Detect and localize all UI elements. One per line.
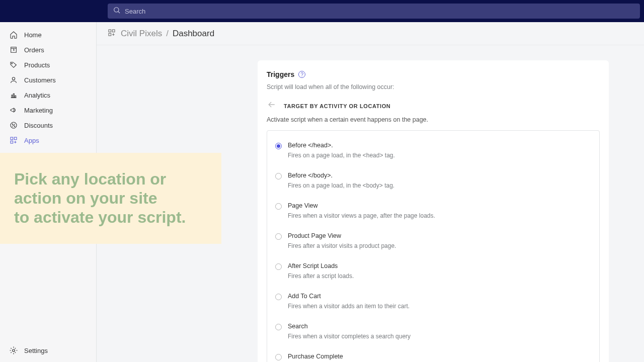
nav-label: Discounts [24,122,53,129]
search-wrap [97,1,644,22]
help-icon[interactable]: ? [298,71,305,78]
search-icon [113,6,121,16]
option-label: Purchase Complete [288,353,591,360]
breadcrumb: Civil Pixels / Dashboard [97,22,644,45]
option-after-script-loads[interactable]: After Script Loads Fires after a script … [275,258,591,289]
person-icon [9,75,18,84]
option-label: Search [288,323,591,330]
nav-analytics[interactable]: Analytics [0,87,96,103]
search-box[interactable] [108,4,640,19]
svg-rect-14 [109,30,111,32]
option-product-page-view[interactable]: Product Page View Fires after a visitor … [275,228,591,258]
section-desc: Activate script when a certain event hap… [267,116,600,123]
chart-icon [9,90,18,100]
option-desc: Fires when a visitor views a page, after… [288,212,591,219]
svg-point-8 [12,124,13,124]
option-desc: Fires after a visitor visits a product p… [288,242,591,249]
radio-icon [275,233,282,240]
radio-icon [275,294,282,300]
radio-icon [275,203,282,210]
nav-home[interactable]: Home [0,27,96,42]
orders-icon [9,45,18,54]
search-input[interactable] [125,8,635,15]
top-bar-logo-area [0,0,97,22]
option-label: Add To Cart [288,293,591,300]
nav-label: Home [24,31,42,39]
apps-icon [108,29,116,39]
nav-discounts[interactable]: Discounts [0,118,96,133]
nav-products[interactable]: Products [0,57,96,72]
nav-label: Apps [24,137,39,144]
svg-rect-5 [13,94,14,98]
option-label: Before </head>. [288,142,591,149]
nav-customers[interactable]: Customers [0,72,96,87]
svg-point-3 [12,77,15,80]
option-desc: Fires on a page load, in the <body> tag. [288,182,591,189]
nav-list: Home Orders Products Customers Analytics [0,22,96,153]
callout-text: Pick any location or action on your site… [14,170,207,227]
triggers-card: Triggers ? Script will load when all of … [258,60,609,362]
nav-marketing[interactable]: Marketing [0,103,96,118]
svg-rect-15 [112,30,115,32]
section-title: TARGET BY ACTIVITY OR LOCATION [284,103,390,109]
breadcrumb-page: Dashboard [173,29,214,39]
nav-label: Marketing [24,107,53,114]
svg-rect-11 [14,137,17,140]
svg-point-13 [13,349,15,352]
option-search[interactable]: Search Fires when a visitor completes a … [275,319,591,349]
option-label: After Script Loads [288,262,591,269]
callout-banner: Pick any location or action on your site… [0,153,221,244]
tag-icon [9,60,18,69]
option-desc: Fires when a visitor completes a search … [288,333,591,340]
discount-icon [9,121,18,130]
svg-rect-10 [11,137,13,140]
top-bar [0,0,644,22]
nav-orders[interactable]: Orders [0,42,96,57]
option-purchase-complete[interactable]: Purchase Complete Fires on the thank you… [275,349,591,362]
option-desc: Fires when a visitor adds an item to the… [288,303,591,310]
card-subtitle: Script will load when all of the followi… [267,83,600,90]
svg-line-1 [118,12,120,13]
svg-rect-12 [11,141,13,143]
svg-point-2 [12,63,13,64]
option-add-to-cart[interactable]: Add To Cart Fires when a visitor adds an… [275,289,591,319]
nav-label: Products [24,61,50,69]
nav-settings[interactable]: Settings [0,339,96,362]
option-label: Page View [288,202,591,209]
radio-icon [275,143,282,149]
svg-rect-16 [109,33,111,36]
radio-icon [275,354,282,360]
megaphone-icon [9,106,18,115]
nav-label: Orders [24,46,44,54]
option-desc: Fires after a script loads. [288,273,591,280]
svg-rect-4 [12,95,13,98]
section-head: TARGET BY ACTIVITY OR LOCATION [267,100,600,112]
option-desc: Fires on a page load, in the <head> tag. [288,152,591,159]
apps-icon [9,136,18,145]
settings-label: Settings [24,347,48,354]
breadcrumb-separator: / [166,29,169,39]
card-title: Triggers [267,70,294,78]
nav-label: Customers [24,76,56,84]
radio-icon [275,173,282,179]
option-label: Product Page View [288,232,591,239]
option-before-body[interactable]: Before </body>. Fires on a page load, in… [275,168,591,198]
svg-point-0 [114,8,119,12]
nav-label: Analytics [24,92,50,99]
breadcrumb-app[interactable]: Civil Pixels [121,29,162,39]
gear-icon [9,346,18,355]
back-arrow-icon[interactable] [267,100,277,112]
option-label: Before </body>. [288,172,591,179]
option-page-view[interactable]: Page View Fires when a visitor views a p… [275,198,591,228]
nav-apps[interactable]: Apps [0,133,96,148]
home-icon [9,30,18,39]
svg-rect-6 [15,96,16,98]
radio-icon [275,263,282,270]
trigger-options: Before </head>. Fires on a page load, in… [267,130,600,362]
svg-point-9 [14,126,15,126]
option-before-head[interactable]: Before </head>. Fires on a page load, in… [275,138,591,168]
radio-icon [275,324,282,330]
